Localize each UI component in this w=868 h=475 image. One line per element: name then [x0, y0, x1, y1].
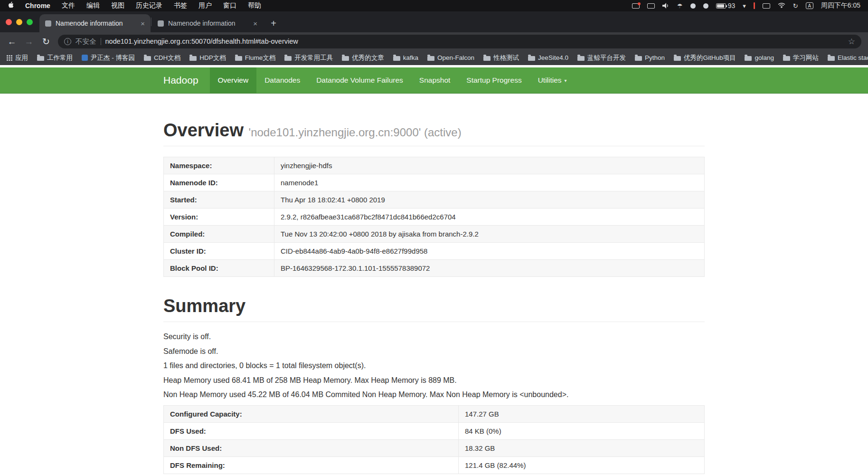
- bookmark-item[interactable]: 优秀的文章: [342, 54, 384, 62]
- bookmark-label: Elastic stack: [838, 54, 868, 61]
- input-source-icon[interactable]: A: [806, 2, 813, 9]
- folder-icon: [144, 56, 151, 61]
- bookmark-item[interactable]: Flume文档: [235, 54, 276, 62]
- bookmark-item[interactable]: Python: [635, 54, 665, 61]
- menu-file[interactable]: 文件: [62, 1, 75, 10]
- bookmark-item[interactable]: 性格测试: [483, 54, 519, 62]
- menu-people[interactable]: 用户: [198, 1, 212, 10]
- page-content: Overview 'node101.yinzhengjie.org.cn:900…: [0, 94, 868, 474]
- bookmark-item[interactable]: 开发常用工具: [284, 54, 333, 62]
- apple-icon: [8, 1, 14, 9]
- summary-line: Non Heap Memory used 45.22 MB of 46.04 M…: [163, 390, 705, 399]
- bookmark-item[interactable]: 优秀的GitHub项目: [674, 54, 736, 62]
- row-label: Namespace:: [164, 157, 274, 174]
- nav-tab-snapshot[interactable]: Snapshot: [411, 67, 459, 93]
- forward-button[interactable]: →: [24, 37, 34, 46]
- bookmark-item[interactable]: golang: [745, 54, 774, 61]
- apple-menu[interactable]: [8, 1, 14, 10]
- display-icon[interactable]: [763, 3, 770, 9]
- row-value: namenode1: [274, 174, 705, 191]
- folder-icon: [674, 56, 681, 61]
- folder-icon: [427, 56, 434, 61]
- chevron-down-icon[interactable]: ▾: [743, 3, 746, 9]
- bookmark-item[interactable]: 蓝鲸平台开发: [577, 54, 626, 62]
- screen-record-alert-icon[interactable]: [632, 3, 640, 9]
- nav-tab-startup-progress[interactable]: Startup Progress: [458, 67, 529, 93]
- tab-title: Namenode information: [56, 19, 136, 27]
- row-label: Started:: [164, 191, 274, 209]
- menu-history[interactable]: 历史记录: [136, 1, 162, 10]
- tab-close-icon[interactable]: ×: [141, 19, 145, 28]
- bookmark-item[interactable]: kafka: [393, 54, 418, 61]
- nav-tab-utilities[interactable]: Utilities ▾: [530, 67, 575, 93]
- bookmark-label: golang: [755, 54, 774, 61]
- bookmark-label: Python: [645, 54, 665, 61]
- browser-tab-strip: Namenode information × Namenode informat…: [0, 11, 868, 32]
- new-tab-button[interactable]: +: [267, 17, 280, 30]
- sync-icon[interactable]: ↻: [793, 3, 798, 9]
- display-mirroring-icon[interactable]: [647, 3, 655, 9]
- close-window-button[interactable]: [6, 19, 12, 25]
- folder-icon: [342, 56, 349, 61]
- bookmark-label: Flume文档: [245, 54, 276, 62]
- wifi-icon[interactable]: [778, 3, 785, 9]
- menu-window[interactable]: 窗口: [223, 1, 236, 10]
- bookmark-apps[interactable]: 应用: [7, 54, 28, 62]
- summary-line: Safemode is off.: [163, 347, 705, 356]
- table-row: Compiled:Tue Nov 13 20:42:00 +0800 2018 …: [164, 226, 705, 243]
- reload-button[interactable]: ↻: [41, 37, 51, 46]
- tab-namenode-2[interactable]: Namenode information ×: [152, 14, 263, 32]
- table-row: Started:Thu Apr 18 18:02:41 +0800 2019: [164, 191, 705, 209]
- nav-tab-overview[interactable]: Overview: [210, 67, 257, 93]
- paw-status-icon[interactable]: [703, 3, 708, 9]
- bookmark-item[interactable]: Elastic stack: [828, 54, 868, 61]
- volume-icon[interactable]: [662, 3, 670, 9]
- menu-bookmarks[interactable]: 书签: [174, 1, 187, 10]
- menu-edit[interactable]: 编辑: [86, 1, 100, 10]
- row-value: 18.32 GB: [459, 439, 705, 456]
- bookmark-label: 开发常用工具: [294, 54, 333, 62]
- active-app-name[interactable]: Chrome: [25, 2, 50, 10]
- bookmark-label: 工作常用: [47, 54, 73, 62]
- address-bar[interactable]: i 不安全 node101.yinzhengjie.org.cn:50070/d…: [58, 35, 861, 48]
- folder-icon: [235, 56, 242, 61]
- row-value: yinzhengjie-hdfs: [274, 157, 705, 174]
- url-text[interactable]: node101.yinzhengjie.org.cn:50070/dfsheal…: [105, 38, 298, 45]
- apps-grid-icon: [7, 55, 12, 61]
- menu-help[interactable]: 帮助: [248, 1, 261, 10]
- nav-tab-datanodes[interactable]: Datanodes: [256, 67, 308, 93]
- tab-namenode-1[interactable]: Namenode information ×: [39, 14, 151, 32]
- bookmark-item[interactable]: 学习网站: [783, 54, 819, 62]
- minimize-window-button[interactable]: [16, 19, 22, 25]
- bookmark-item[interactable]: 尹正杰 - 博客园: [82, 54, 135, 62]
- row-value: 84 KB (0%): [459, 422, 705, 439]
- istat-bar-icon[interactable]: [754, 2, 755, 9]
- bookmark-star-icon[interactable]: ☆: [848, 37, 855, 47]
- umbrella-status-icon[interactable]: ☂: [677, 3, 683, 9]
- bookmark-item[interactable]: 工作常用: [37, 54, 73, 62]
- nav-tab-datanode-volume-failures[interactable]: Datanode Volume Failures: [308, 67, 411, 93]
- tab-close-icon[interactable]: ×: [253, 19, 257, 28]
- menu-view[interactable]: 视图: [111, 1, 124, 10]
- bookmark-item[interactable]: CDH文档: [144, 54, 180, 62]
- overview-subtitle: 'node101.yinzhengjie.org.cn:9000' (activ…: [249, 126, 462, 139]
- docker-status-icon[interactable]: [690, 3, 696, 9]
- back-button[interactable]: ←: [7, 37, 17, 46]
- bookmark-label: 尹正杰 - 博客园: [91, 54, 135, 62]
- bookmark-item[interactable]: HDP文档: [189, 54, 226, 62]
- table-row: Non DFS Used:18.32 GB: [164, 439, 705, 456]
- site-info-icon[interactable]: i: [64, 38, 71, 45]
- menubar-clock[interactable]: 周四下午6:05: [821, 1, 860, 10]
- bookmark-item[interactable]: JeeSite4.0: [528, 54, 568, 61]
- hadoop-brand[interactable]: Hadoop: [163, 67, 210, 93]
- site-favicon: [82, 55, 88, 61]
- bookmark-item[interactable]: Open-Falcon: [427, 54, 474, 61]
- folder-icon: [528, 56, 535, 61]
- menubar-status-area: ☂ 93 ▾ ↻ A 周四下午6:05: [632, 1, 860, 10]
- battery-status[interactable]: 93: [716, 2, 736, 10]
- row-value: 121.4 GB (82.44%): [459, 456, 705, 474]
- zoom-window-button[interactable]: [27, 19, 33, 25]
- row-value: 2.9.2, r826afbeae31ca687bc2f8471dc841b66…: [274, 209, 705, 226]
- battery-percent: 93: [728, 2, 736, 10]
- bookmark-label: CDH文档: [154, 54, 180, 62]
